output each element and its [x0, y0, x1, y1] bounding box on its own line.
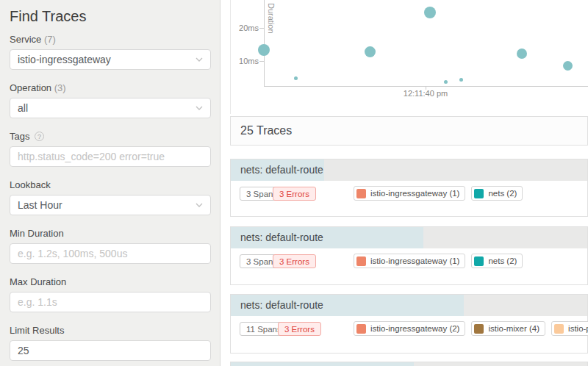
chevron-down-icon — [196, 56, 203, 63]
service-tags: istio-ingressgateway (2)istio-mixer (4)i… — [354, 321, 588, 336]
trace-duration-bar — [231, 362, 414, 366]
service-color-swatch — [356, 324, 366, 334]
lookback-label: Lookback — [10, 179, 210, 190]
service-field: Service (7) istio-ingressgateway — [10, 34, 210, 70]
trace-row-body: 3 Spans3 Errorsistio-ingressgateway (1)n… — [231, 181, 587, 217]
lookback-select-value: Last Hour — [18, 199, 62, 211]
y-axis-title: Duration — [267, 3, 276, 34]
service-tag: istio-ingressgateway (1) — [354, 186, 465, 201]
trace-row-header: nets: default-route — [231, 159, 587, 181]
trace-result-row[interactable]: nets: default-route3 Spans3 Errorsistio-… — [230, 226, 588, 285]
limit-results-label: Limit Results — [10, 325, 210, 336]
service-tag-label: nets (2) — [488, 189, 520, 198]
service-tag-label: nets (2) — [488, 256, 520, 265]
lookback-field: Lookback Last Hour — [10, 179, 210, 215]
error-count-badge: 3 Errors — [273, 187, 316, 201]
trace-title: nets: default-route — [240, 159, 323, 181]
service-color-swatch — [474, 324, 484, 334]
service-tag: istio-policy (2) — [551, 321, 588, 336]
service-color-swatch — [554, 324, 564, 334]
chevron-down-icon — [196, 201, 203, 209]
service-select-value: istio-ingressgateway — [18, 54, 111, 65]
y-tick-mark — [259, 28, 264, 29]
scatter-point[interactable] — [294, 76, 298, 80]
trace-row-body: 11 Spans3 Errorsistio-ingressgateway (2)… — [231, 316, 587, 352]
tags-input[interactable] — [10, 146, 211, 167]
search-panel: Find Traces Service (7) istio-ingressgat… — [0, 0, 220, 366]
limit-results-input[interactable] — [10, 340, 211, 361]
trace-result-row[interactable]: nets: default-route11 Spans3 Errorsistio… — [230, 294, 588, 354]
traces-count: 25 Traces — [231, 117, 292, 145]
trace-result-row[interactable]: nets: default-route3 Spans3 Errorsistio-… — [230, 159, 588, 217]
y-tick-label: 20ms — [234, 24, 259, 32]
error-count-badge: 3 Errors — [273, 254, 316, 268]
service-tags: istio-ingressgateway (1)nets (2) — [354, 186, 523, 201]
service-tag: istio-ingressgateway (1) — [354, 254, 465, 268]
x-tick-label: 12:11:40 pm — [396, 89, 455, 98]
results-panel: Duration 20ms10ms12:11:40 pm 25 Traces n… — [230, 0, 588, 366]
trace-result-row[interactable] — [230, 362, 588, 366]
max-duration-input[interactable] — [10, 292, 211, 312]
service-tag: nets (2) — [471, 254, 523, 268]
min-duration-field: Min Duration — [10, 228, 210, 264]
scatter-point[interactable] — [563, 61, 573, 71]
traces-count-bar: 25 Traces — [230, 116, 588, 146]
scatter-point[interactable] — [365, 46, 376, 57]
chevron-down-icon — [196, 104, 203, 112]
trace-row-header — [231, 362, 587, 366]
error-count-badge: 3 Errors — [278, 322, 321, 336]
scatter-point[interactable] — [444, 80, 448, 84]
min-duration-label: Min Duration — [10, 228, 210, 239]
help-question-icon[interactable]: ? — [35, 132, 44, 141]
max-duration-label: Max Duration — [10, 276, 210, 287]
lookback-select[interactable]: Last Hour — [10, 195, 211, 215]
limit-results-field: Limit Results — [10, 325, 210, 361]
y-tick-mark — [259, 61, 264, 62]
tags-label: Tags ? — [10, 131, 210, 142]
scatter-point[interactable] — [459, 78, 463, 82]
trace-row-header: nets: default-route — [231, 295, 587, 316]
trace-row-header: nets: default-route — [231, 227, 587, 248]
trace-title: nets: default-route — [240, 295, 323, 316]
y-tick-label: 10ms — [234, 57, 259, 65]
operation-field: Operation (3) all — [10, 82, 210, 118]
operation-select[interactable]: all — [10, 98, 211, 118]
service-tag-label: istio-ingressgateway (1) — [370, 189, 463, 198]
service-color-swatch — [474, 256, 484, 266]
service-tag: nets (2) — [471, 186, 523, 201]
scatter-point[interactable] — [258, 44, 270, 56]
service-tag: istio-mixer (4) — [471, 321, 545, 336]
scatter-point[interactable] — [424, 7, 436, 18]
service-select[interactable]: istio-ingressgateway — [10, 49, 211, 70]
trace-title: nets: default-route — [240, 227, 323, 248]
max-duration-field: Max Duration — [10, 276, 210, 312]
service-tag-label: istio-ingressgateway (2) — [370, 324, 463, 333]
operation-label: Operation (3) — [10, 82, 210, 93]
service-tag-label: istio-policy (2) — [568, 324, 588, 333]
service-tag: istio-ingressgateway (2) — [354, 321, 465, 336]
duration-scatter-chart: Duration 20ms10ms12:11:40 pm — [230, 0, 588, 114]
service-label: Service (7) — [10, 34, 210, 45]
min-duration-input[interactable] — [10, 243, 211, 264]
tags-field: Tags ? — [10, 131, 210, 167]
trace-row-body: 3 Spans3 Errorsistio-ingressgateway (1)n… — [231, 248, 587, 284]
service-color-swatch — [356, 189, 366, 198]
scatter-point[interactable] — [517, 49, 527, 59]
service-color-swatch — [474, 189, 484, 198]
service-color-swatch — [356, 256, 366, 266]
service-tag-label: istio-mixer (4) — [488, 324, 543, 333]
y-axis-line — [264, 0, 265, 86]
service-tag-label: istio-ingressgateway (1) — [370, 256, 463, 265]
panel-title: Find Traces — [10, 8, 210, 25]
service-tags: istio-ingressgateway (1)nets (2) — [354, 254, 523, 268]
operation-select-value: all — [18, 102, 28, 114]
